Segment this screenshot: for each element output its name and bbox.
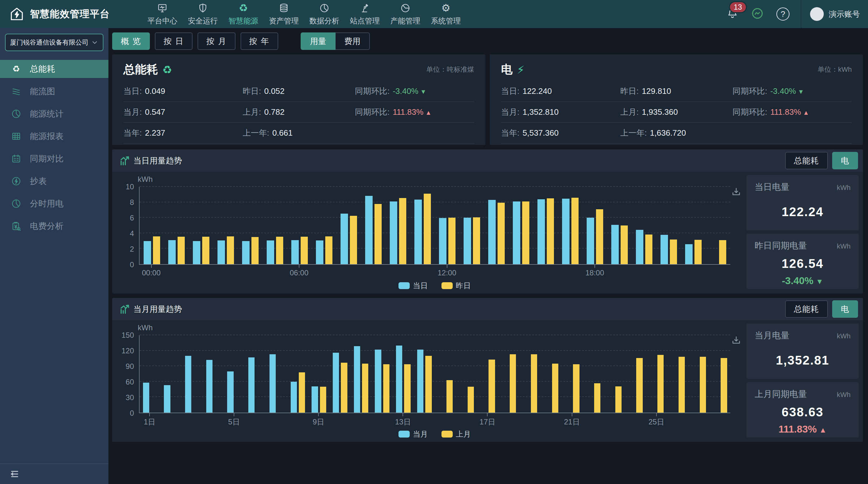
nav-platform-center[interactable]: 平台中心 (142, 2, 183, 26)
sidebar-item-period-comparison[interactable]: 同期对比 (0, 150, 108, 168)
notification-badge: 13 (729, 1, 747, 13)
pie-chart-icon (400, 2, 411, 14)
category-slot (245, 335, 267, 412)
bar-上月-11日 (362, 364, 368, 412)
down-arrow-icon: ▼ (798, 88, 804, 95)
collapse-sidebar-icon[interactable] (9, 469, 20, 479)
bar-上月-20日 (552, 364, 558, 412)
sidebar-item-total-energy[interactable]: ♻ 总能耗 (0, 60, 108, 78)
daily-trend-header: 当日用量趋势 总能耗 电 (112, 149, 863, 172)
legend-item-昨日[interactable]: 昨日 (441, 281, 471, 291)
legend-label: 上月 (456, 429, 471, 439)
bar-当日-01:00 (168, 240, 176, 264)
y-tick-label: 10 (126, 182, 134, 191)
download-chart-button[interactable] (731, 187, 742, 199)
x-tick-mark (299, 265, 300, 268)
category-slot (350, 335, 372, 412)
toggle-cost[interactable]: 费用 (336, 32, 370, 50)
x-tick-label: 9日 (312, 417, 324, 427)
bar-上月-19日 (531, 354, 537, 412)
tab-by-day[interactable]: 按 日 (155, 32, 192, 50)
sidebar-item-meter-reading[interactable]: 抄表 (0, 172, 108, 190)
bolt-circle-icon (10, 176, 22, 187)
stat-cell: 上月:1,935.360 (620, 107, 733, 118)
sidebar-item-label: 抄表 (30, 176, 47, 187)
company-select[interactable]: 厦门锐谷通信设备有限公司 (5, 34, 103, 51)
bar-昨日-11:00 (424, 194, 431, 264)
category-slot (393, 335, 414, 412)
category-slot (435, 335, 456, 412)
daily-usage-chart: kWh 0246810 00:0006:0012:0018:00 当日昨日 (117, 174, 745, 292)
category-slot (266, 335, 287, 412)
daily-total-energy-button[interactable]: 总能耗 (785, 152, 828, 169)
chart-legend: 当日昨日 (139, 279, 730, 292)
category-slot (498, 335, 519, 412)
bar-当月-3日 (185, 356, 191, 412)
bar-上月-25日 (657, 355, 663, 412)
stat-cell: 当月:1,352.810 (501, 107, 620, 118)
stat-value: 122.24 (754, 205, 850, 219)
nav-asset-management[interactable]: 资产管理 (264, 2, 304, 26)
bar-上月-15日 (446, 380, 453, 412)
sidebar-item-energy-report[interactable]: 能源报表 (0, 127, 108, 145)
legend-item-当月[interactable]: 当月 (399, 429, 428, 439)
daily-electricity-button[interactable]: 电 (832, 152, 858, 169)
nav-safe-operation[interactable]: 安全运行 (183, 2, 223, 26)
nav-site-management[interactable]: 站点管理 (345, 2, 385, 26)
bar-昨日-02:00 (202, 237, 210, 264)
sidebar-item-label: 能流图 (30, 86, 55, 97)
nav-smart-energy[interactable]: ♻ 智慧能源 (223, 2, 264, 26)
tab-overview[interactable]: 概 览 (112, 32, 150, 50)
sidebar-item-electricity-cost-analysis[interactable]: 电费分析 (0, 217, 108, 235)
category-slot (287, 335, 308, 412)
status-ring-button[interactable] (751, 7, 764, 21)
category-slot (709, 335, 730, 412)
sidebar-item-energy-flow[interactable]: 能流图 (0, 82, 108, 101)
house-bolt-icon (9, 6, 24, 22)
stat-cell: 昨日:129.810 (620, 86, 733, 97)
category-slot (533, 187, 558, 264)
down-arrow-icon: ▼ (816, 277, 824, 286)
tab-by-year[interactable]: 按 年 (241, 32, 278, 50)
nav-system-management[interactable]: ⚙ 系统管理 (426, 2, 466, 26)
nav-label: 产能管理 (391, 16, 420, 26)
notifications-button[interactable]: 13 (726, 7, 738, 21)
legend-item-上月[interactable]: 上月 (441, 429, 471, 439)
unit-label: 单位：kWh (817, 65, 852, 74)
monthly-electricity-button[interactable]: 电 (832, 300, 858, 318)
x-tick-mark (594, 265, 595, 268)
account-menu[interactable]: 演示账号 (801, 7, 868, 21)
category-slot (361, 187, 386, 264)
x-tick-label: 21日 (564, 417, 580, 427)
section-title: 当日用量趋势 (119, 155, 182, 166)
sidebar-menu: ♻ 总能耗 能流图 能源统计 能源报表 同期对比 抄表 (0, 56, 108, 463)
app-title: 智慧能效管理平台 (30, 7, 110, 21)
nav-data-analysis[interactable]: 数据分析 (304, 2, 345, 26)
help-button[interactable]: ? (776, 7, 789, 21)
yesterday-usage-card: 昨日同期电量kWh 126.54 -3.40%▼ (746, 234, 859, 289)
toggle-usage[interactable]: 用量 (301, 32, 336, 50)
up-arrow-icon: ▲ (425, 109, 432, 116)
monthly-trend-section: 当月用量趋势 总能耗 电 kWh 0306090120150 1日5日9日13日… (112, 298, 863, 442)
download-chart-button[interactable] (731, 335, 742, 347)
bar-上月-12日 (383, 364, 390, 412)
legend-swatch (399, 282, 410, 289)
sidebar-item-time-of-use[interactable]: 分时用电 (0, 195, 108, 213)
bar-当月-10日 (333, 353, 339, 412)
summary-row-day: 当日:122.240 昨日:129.810 同期环比:-3.40%▼ (501, 81, 852, 102)
sidebar-item-energy-statistics[interactable]: 能源统计 (0, 105, 108, 123)
x-tick-mark (487, 413, 488, 416)
bar-当月-12日 (375, 349, 381, 412)
bar-当月-11日 (354, 346, 360, 412)
category-slot (604, 335, 625, 412)
stat-value: 126.54 (754, 257, 850, 271)
y-axis-ticks: 0246810 (119, 187, 139, 265)
app-logo: 智慧能效管理平台 (9, 6, 112, 22)
legend-item-当日[interactable]: 当日 (399, 281, 428, 291)
tab-by-month[interactable]: 按 月 (197, 32, 235, 50)
nav-capacity-management[interactable]: 产能管理 (385, 2, 426, 26)
sidebar-item-label: 能源报表 (30, 131, 64, 142)
x-tick-label: 18:00 (585, 268, 604, 277)
bar-当日-06:00 (291, 240, 299, 264)
monthly-total-energy-button[interactable]: 总能耗 (785, 300, 828, 318)
